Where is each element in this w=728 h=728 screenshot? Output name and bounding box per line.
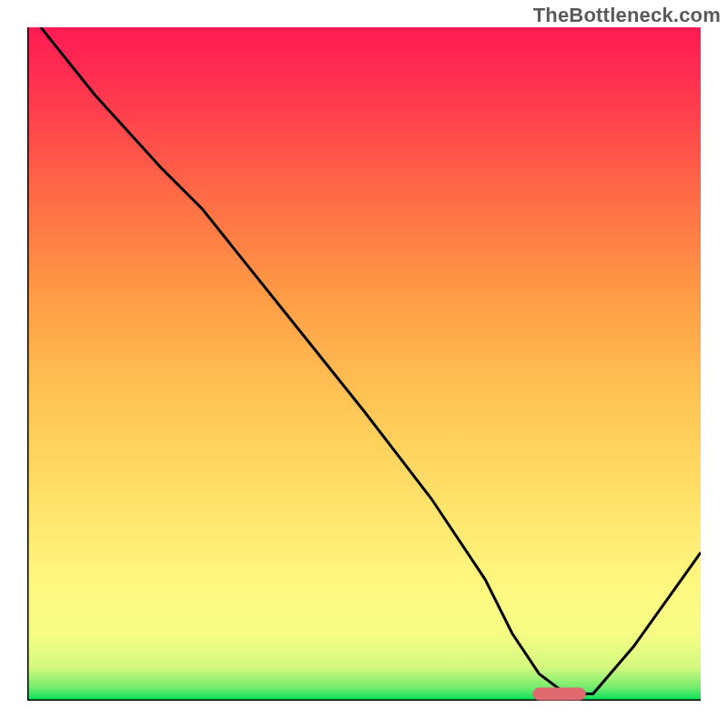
watermark-text: TheBottleneck.com [533, 4, 721, 27]
chart-container: TheBottleneck.com [0, 0, 728, 728]
plot-background [27, 27, 701, 701]
bottleneck-chart [27, 27, 701, 701]
